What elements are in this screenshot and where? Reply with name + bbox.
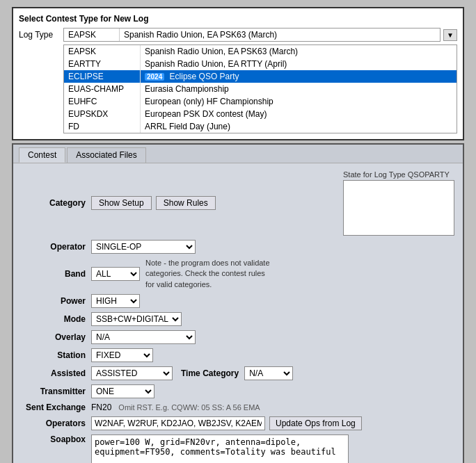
mode-label: Mode	[22, 314, 91, 324]
operators-input[interactable]	[91, 416, 265, 430]
overlay-select[interactable]: N/A	[91, 330, 196, 344]
contest-type-list: EAPSK Spanish Radio Union, EA PSK63 (Mar…	[63, 44, 457, 133]
list-item-eclipse[interactable]: ECLIPSE 2024 Eclipse QSO Party	[64, 70, 457, 83]
time-category-group: Time Category N/A 6 12 24	[181, 366, 293, 380]
transmitter-row: Transmitter ONE TWO UNLIMITED	[22, 384, 454, 398]
power-label: Power	[22, 296, 91, 306]
sent-exchange-label: Sent Exchange	[22, 403, 91, 412]
time-category-select[interactable]: N/A 6 12 24	[244, 366, 293, 380]
soapbox-textarea[interactable]: power=100 W, grid=FN20vr, antenna=dipole…	[91, 434, 349, 463]
list-item[interactable]: FD ARRL Field Day (June)	[64, 120, 457, 133]
band-select[interactable]: ALL 160M 80M	[91, 267, 140, 281]
log-type-label: Log Type	[19, 30, 61, 40]
sent-exchange-value: FN20	[91, 403, 111, 412]
band-row: Band ALL 160M 80M Note - the program doe…	[22, 258, 454, 290]
soapbox-label: Soapbox	[22, 434, 91, 444]
sent-exchange-hint: Omit RST. E.g. CQWW: 05 SS: A 56 EMA	[118, 403, 260, 412]
time-category-label: Time Category	[181, 368, 239, 378]
dropdown-arrow-icon[interactable]: ▼	[443, 29, 457, 41]
list-item[interactable]: EAPSK Spanish Radio Union, EA PSK63 (Mar…	[64, 45, 457, 58]
selected-desc: Spanish Radio Union, EA PSK63 (March)	[120, 29, 440, 41]
band-label: Band	[22, 269, 91, 279]
list-item[interactable]: EUPSKDX European PSK DX contest (May)	[64, 108, 457, 120]
sent-exchange-row: Sent Exchange FN20 Omit RST. E.g. CQWW: …	[22, 403, 454, 412]
operators-label: Operators	[22, 419, 91, 428]
state-box-label: State for Log Type QSOPARTY	[343, 170, 454, 179]
station-label: Station	[22, 350, 91, 360]
category-row: Category Show Setup Show Rules State for…	[22, 170, 454, 236]
tab-contest[interactable]: Contest	[19, 147, 65, 163]
mode-select[interactable]: SSB+CW+DIGITAL SSB CW DIGITAL	[91, 312, 182, 326]
operator-select[interactable]: SINGLE-OP MULTI-OP CHECKLOG	[91, 240, 196, 254]
assisted-row: Assisted ASSISTED NON-ASSISTED Time Cate…	[22, 366, 454, 380]
overlay-row: Overlay N/A	[22, 330, 454, 344]
power-select[interactable]: HIGH LOW QRP	[91, 294, 140, 308]
soapbox-row: Soapbox power=100 W, grid=FN20vr, antenn…	[22, 434, 454, 463]
category-note: Note - the program does not validate cat…	[145, 258, 271, 290]
mode-row: Mode SSB+CW+DIGITAL SSB CW DIGITAL	[22, 312, 454, 326]
eclipse-badge: 2024	[145, 73, 164, 81]
tab-associated-files[interactable]: Associated Files	[67, 147, 145, 163]
state-box[interactable]	[343, 180, 454, 236]
operator-label: Operator	[22, 242, 91, 252]
power-row: Power HIGH LOW QRP	[22, 294, 454, 308]
update-ops-button[interactable]: Update Ops from Log	[269, 416, 362, 430]
contest-type-popup: Select Contest Type for New Log Log Type…	[12, 7, 464, 140]
main-dialog: Contest Associated Files Category Show S…	[12, 143, 464, 463]
log-type-display[interactable]: EAPSK Spanish Radio Union, EA PSK63 (Mar…	[63, 28, 441, 42]
dialog-body: Category Show Setup Show Rules State for…	[13, 163, 463, 463]
list-item[interactable]: EUAS-CHAMP Eurasia Championship	[64, 83, 457, 95]
category-label: Category	[22, 198, 91, 208]
show-setup-button[interactable]: Show Setup	[91, 196, 152, 210]
transmitter-label: Transmitter	[22, 387, 91, 396]
show-rules-button[interactable]: Show Rules	[156, 196, 216, 210]
station-row: Station FIXED MOBILE PORTABLE ROVER	[22, 348, 454, 362]
selected-code: EAPSK	[64, 29, 120, 41]
list-item[interactable]: EUHFC European (only) HF Championship	[64, 95, 457, 108]
operator-row: Operator SINGLE-OP MULTI-OP CHECKLOG	[22, 240, 454, 254]
content-area: Operator SINGLE-OP MULTI-OP CHECKLOG Ban…	[22, 240, 454, 463]
left-form: Operator SINGLE-OP MULTI-OP CHECKLOG Ban…	[22, 240, 454, 463]
popup-title: Select Contest Type for New Log	[19, 14, 457, 24]
assisted-label: Assisted	[22, 368, 91, 378]
overlay-label: Overlay	[22, 332, 91, 342]
station-select[interactable]: FIXED MOBILE PORTABLE ROVER	[91, 348, 153, 362]
assisted-select[interactable]: ASSISTED NON-ASSISTED	[91, 366, 173, 380]
list-item[interactable]: EARTTY Spanish Radio Union, EA RTTY (Apr…	[64, 58, 457, 70]
operators-row: Operators Update Ops from Log	[22, 416, 454, 430]
tab-bar: Contest Associated Files	[13, 145, 463, 163]
state-box-container: State for Log Type QSOPARTY	[343, 170, 454, 236]
log-type-row: Log Type EAPSK Spanish Radio Union, EA P…	[19, 28, 457, 42]
transmitter-select[interactable]: ONE TWO UNLIMITED	[91, 384, 154, 398]
